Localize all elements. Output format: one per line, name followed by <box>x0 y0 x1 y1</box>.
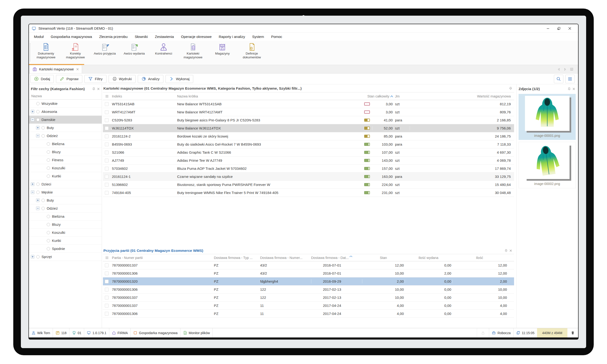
menu-item-modu[interactable]: Moduł <box>30 33 47 41</box>
batch-row[interactable]: 7870000001306PZ1222017-02-1310,000,0010,… <box>103 286 514 294</box>
menu-item-raporty-i-analizy[interactable]: Raporty i analizy <box>215 33 249 41</box>
column-header-partia[interactable]: Partia - Numer partii <box>112 256 214 260</box>
tree-item-bielizna[interactable]: Bielizna <box>29 212 102 221</box>
tree-radio[interactable] <box>47 223 50 226</box>
table-row[interactable]: 20161124-1Czarne wiązane sandały na szpi… <box>103 173 514 181</box>
tree-item-koszulki[interactable]: Koszulki <box>29 164 102 172</box>
tree-radio[interactable] <box>47 231 50 234</box>
status-item-11-15-05[interactable]: 11:15:05 <box>513 328 537 338</box>
menu-item-operacje-okresowe[interactable]: Operacje okresowe <box>177 33 215 41</box>
table-row[interactable]: WT53141SABNew Balance WT53141SAB3,00szt8… <box>103 100 514 108</box>
analizy-button[interactable]: Analizy <box>138 75 163 83</box>
table-row[interactable]: 749184-405Buty treningowe WMNS Nike Flex… <box>103 189 514 197</box>
memory-usage-badge[interactable]: 440M z 494M <box>537 328 568 338</box>
tree-item-akcesoria[interactable]: Akcesoria <box>29 108 102 116</box>
table-row[interactable]: WRT4127AMTNew Balance WRT4127AMT3,00szt8… <box>103 108 514 116</box>
filter-column-header[interactable]: Nazwa <box>29 92 102 100</box>
status-item-firma[interactable]: FIRMA <box>109 328 131 338</box>
column-header-ilosc[interactable]: Ilość <box>452 256 514 260</box>
status-item-gospodarka-magazynowa[interactable]: Gospodarka magazynowa <box>131 328 181 338</box>
batch-row[interactable]: 7870000001337PZ112017-04-244,000,004,00 <box>103 302 514 310</box>
tree-item-buty[interactable]: Buty <box>29 196 102 204</box>
tree-radio[interactable] <box>36 118 39 121</box>
tree-item-bluzy[interactable]: Bluzy <box>29 221 102 229</box>
tree-radio[interactable] <box>36 182 39 186</box>
tree-radio[interactable] <box>47 142 50 146</box>
view-menu-button[interactable] <box>565 75 575 83</box>
tree-radio[interactable] <box>47 247 50 250</box>
garbage-collect-button[interactable] <box>568 328 578 338</box>
table-row[interactable]: 57034602Bluza Puma AOP Track Jacket W 57… <box>103 165 514 173</box>
column-header-dostawa-numer[interactable]: Dostawa firmowa - Numer... <box>260 256 311 260</box>
table-row[interactable]: S21066Adidas Graphic Tank C W S21066107,… <box>103 148 514 156</box>
toolbar-item-magazyny[interactable]: Magazyny <box>208 43 237 55</box>
status-item-robocza[interactable]: Robocza <box>489 328 513 338</box>
column-chooser-icon[interactable] <box>105 95 109 98</box>
close-panel-icon[interactable] <box>572 88 575 90</box>
menu-item-zestawienia[interactable]: Zestawienia <box>151 33 177 41</box>
tree-item-koszulki[interactable]: Koszulki <box>29 229 102 237</box>
table-row[interactable]: AJ7749Adidas Prime Tee W AJ7749143,00szt… <box>103 156 514 165</box>
tree-item-bluzy[interactable]: Bluzy <box>29 148 102 156</box>
column-header-indeks[interactable]: Indeks <box>112 94 177 98</box>
column-header-stan[interactable]: Stan <box>362 256 405 260</box>
column-chooser-icon[interactable] <box>105 256 109 259</box>
row-checkbox[interactable] <box>105 183 109 187</box>
minimize-button[interactable] <box>542 25 554 32</box>
close-button[interactable] <box>564 25 575 32</box>
tree-radio[interactable] <box>41 126 45 130</box>
photo-tile[interactable]: image-00002.png <box>518 142 576 188</box>
row-checkbox[interactable] <box>105 175 109 179</box>
row-checkbox[interactable] <box>105 102 109 106</box>
tree-radio[interactable] <box>41 134 45 138</box>
tree-radio[interactable] <box>36 102 39 105</box>
table-row[interactable]: 20161124-2Bordowe kozaki ze skóry licowe… <box>103 132 514 140</box>
tree-radio[interactable] <box>41 199 45 202</box>
column-header-jm[interactable]: Jm <box>393 94 410 98</box>
status-item-1-0-179-1[interactable]: 1.0.179.1 <box>84 328 109 338</box>
pin-icon[interactable] <box>509 87 512 90</box>
tree-item-odzie[interactable]: Odzież <box>29 204 102 212</box>
toolbar-item-dokumenty-magazynowe[interactable]: Dokumentymagazynowe <box>31 43 61 59</box>
tree-item-wszystkie[interactable]: Wszystkie <box>29 100 102 108</box>
tree-item-sprz-t[interactable]: Sprzęt <box>29 253 102 261</box>
tree-radio[interactable] <box>36 255 39 259</box>
wydruki-button[interactable]: Wydruki <box>109 75 136 83</box>
column-header-stan-calkowity[interactable]: Stan całkowity <box>364 94 393 98</box>
tree-radio[interactable] <box>47 215 50 218</box>
tree-item-kurtki[interactable]: Kurtki <box>29 172 102 180</box>
toolbar-item-definicje-dokument-w[interactable]: Definicjedokumentów <box>237 43 267 59</box>
tab-scroll-right-icon[interactable] <box>564 68 567 71</box>
menu-item-system[interactable]: System <box>248 33 268 41</box>
row-checkbox[interactable] <box>105 263 109 267</box>
tree-item-fitness[interactable]: Fitness <box>29 156 102 164</box>
toolbar-item-awizo-wydania[interactable]: Awizo wydania <box>119 43 149 55</box>
status-item-monitor-plik-w[interactable]: Monitor plików <box>181 328 213 338</box>
table-row[interactable]: WJ61114TOXNew Balance WJ61114TOX52,00szt… <box>103 124 514 132</box>
tree-item-dzieci[interactable]: Dzieci <box>29 180 102 188</box>
menu-item-s-owniki[interactable]: Słowniki <box>131 33 151 41</box>
menu-item-pomoc[interactable]: Pomoc <box>268 33 286 41</box>
table-row[interactable]: B455N-0693Buty do siatkówki Asics Gel-Ro… <box>103 140 514 148</box>
row-checkbox[interactable] <box>105 191 109 195</box>
tree-item-spodnie[interactable]: Spodnie <box>29 245 102 253</box>
row-checkbox[interactable] <box>105 126 109 130</box>
table-row[interactable]: 51396602Biustonosz, stanik sportowy Puma… <box>103 181 514 189</box>
tree-radio[interactable] <box>47 239 50 242</box>
tree-radio[interactable] <box>41 207 45 210</box>
tab-kartoteki-magazynowe[interactable]: Kartoteki magazynowe <box>29 65 82 73</box>
tree-item-kurtki[interactable]: Kurtki <box>29 237 102 245</box>
column-header-ilosc-wydana[interactable]: Ilość wydana <box>405 256 452 260</box>
row-checkbox[interactable] <box>105 288 109 291</box>
toolbar-item-korekty-magazynowe[interactable]: Korektymagazynowe <box>61 43 90 59</box>
pin-icon[interactable] <box>568 87 571 91</box>
tree-item-bielizna[interactable]: Bielizna <box>29 140 102 148</box>
row-checkbox[interactable] <box>105 312 109 316</box>
pin-icon[interactable] <box>92 87 95 91</box>
maximize-button[interactable] <box>554 25 564 32</box>
row-checkbox[interactable] <box>105 304 109 308</box>
toolbar-item-kontrahenci[interactable]: Kontrahenci <box>149 43 178 55</box>
row-checkbox[interactable] <box>105 134 109 138</box>
filtry-button[interactable]: Filtry <box>84 75 106 83</box>
column-header-dostawa-typ[interactable]: Dostawa firmowa - Typ ... <box>214 256 260 260</box>
